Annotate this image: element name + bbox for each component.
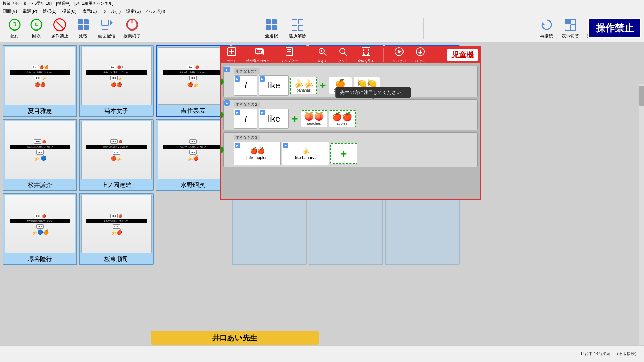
student-card-tsukaya[interactable]: ⊘ like🍎 先生の方に注目してください like 🍌🔵🍊 塚谷隆行 xyxy=(3,193,77,265)
svg-rect-19 xyxy=(292,25,297,30)
sentence-card-apples[interactable]: ▶ 🍎🍎 I like apples. xyxy=(234,142,281,165)
jugyo-shuryo-button[interactable]: 授業終了 xyxy=(121,17,144,40)
section-label-3: すきなもの３ xyxy=(234,135,260,140)
word-card-I-1[interactable]: ▶ I xyxy=(234,75,257,96)
popup-zoomfit-button[interactable]: 全体を見る xyxy=(356,46,376,64)
audio-btn-sentence-apples[interactable]: ▶ xyxy=(235,143,240,148)
jidoki-popup[interactable]: カード 絵や音声のカード xyxy=(220,46,481,200)
svg-point-37 xyxy=(259,51,262,54)
audio-btn-sentence-bananas[interactable]: ▶ xyxy=(283,143,288,148)
menu-hyoji[interactable]: 表示(D) xyxy=(82,8,97,14)
fruit-card-apples[interactable]: ▶ 🍎🍎 apples xyxy=(329,110,356,127)
popup-card-button[interactable]: カード xyxy=(223,46,240,64)
popup-play-label: さいせい xyxy=(392,59,406,63)
popup-zoomin-icon xyxy=(318,47,327,58)
popup-zoomout-button[interactable]: 小さく xyxy=(335,46,352,64)
title-text: 授業サポーター - 6学年 1組 [授業中] [6年1組用チャンネル] xyxy=(3,1,113,6)
word-card-like-2[interactable]: ▶ like xyxy=(259,109,289,129)
section-number-2: 2 xyxy=(221,112,224,118)
teacher-name: 井口あい先生 xyxy=(212,333,257,343)
scrollbar[interactable] xyxy=(639,84,644,362)
gamen-haishin-button[interactable]: 画面配信 xyxy=(95,17,118,40)
menu-gamen[interactable]: 画面(V) xyxy=(3,8,17,14)
title-bar: 授業サポーター - 6学年 1組 [授業中] [6年1組用チャンネル] xyxy=(0,0,644,7)
menu-tool[interactable]: ツール(T) xyxy=(102,8,121,14)
student-card-natsume[interactable]: ⊘ like 🍎🍊 先生の方に注目してください like 🍌 🍎🍎 xyxy=(3,45,77,117)
audio-btn-lemons[interactable]: ▶ xyxy=(224,67,230,72)
word-card-like-1[interactable]: ▶ like xyxy=(259,75,289,96)
menu-help[interactable]: ヘルプ(H) xyxy=(146,8,165,14)
main-content: ⊘ like 🍎🍊 先生の方に注目してください like 🍌 🍎🍎 xyxy=(0,42,644,362)
audio-btn-like-2[interactable]: ▶ xyxy=(260,110,265,115)
svg-rect-5 xyxy=(84,19,89,24)
svg-rect-25 xyxy=(565,25,570,30)
kaishuu-label: 回収 xyxy=(32,33,41,39)
op-forbidden-label: 操作禁止 xyxy=(51,33,68,39)
svg-rect-18 xyxy=(298,19,303,24)
lesson-section-3: 3 すきなもの３ ▶ 🍎🍎 I like apples. ▶ xyxy=(223,132,478,167)
popup-chapter-button[interactable]: チャプター xyxy=(279,46,300,64)
audio-btn-like-1[interactable]: ▶ xyxy=(260,76,265,82)
student-card-matsui[interactable]: ⏸ ⊘ like🍎 先生の方に注目してください like 🍌 🔵 松井謙介 xyxy=(3,119,77,191)
svg-line-47 xyxy=(344,53,347,56)
op-forbidden-text: 操作禁止 xyxy=(596,23,634,33)
thumbnail-natsume: like 🍎🍊 先生の方に注目してください like 🍌 🍎🍎 xyxy=(5,47,75,105)
svg-marker-51 xyxy=(398,50,402,54)
sentence-card-bananas[interactable]: ▶ 🍌 I like bananas. xyxy=(282,142,329,165)
zen-sentaku-button[interactable]: 全選択 xyxy=(262,17,281,40)
menu-dengen[interactable]: 電源(P) xyxy=(22,8,37,14)
thumbnail-kikumoto: like 🍎+ 先生の方に注目してください like 🍌 🍎🍎 xyxy=(81,47,152,105)
student-card-yoshizumi[interactable]: ⏸ ⊘ like 🍎 先生の方に注目してください like 🍎🍌 xyxy=(156,45,230,117)
hyoji-kirikae-button[interactable]: 表示切替 xyxy=(559,17,582,40)
student-card-mizuno[interactable]: ⏸ ⊘ like 先生の方に注目してください like 🍌🍎 水野昭次 xyxy=(156,119,230,191)
student-name-mizuno: 水野昭次 xyxy=(181,181,205,189)
sentaku-kaijo-label: 選択解除 xyxy=(289,33,306,39)
popup-sep-2 xyxy=(383,48,384,62)
fruit-card-peaches[interactable]: 🍑🍑 peaches xyxy=(301,110,327,127)
kaishuu-button[interactable]: ⇅ 回収 xyxy=(27,17,46,40)
dot-card-3: + xyxy=(330,143,357,164)
zen-sentaku-icon xyxy=(265,18,278,32)
student-name-tsukaya: 塚谷隆行 xyxy=(28,255,52,263)
sentaku-kaijo-button[interactable]: 選択解除 xyxy=(286,17,309,40)
svg-rect-15 xyxy=(266,25,271,30)
word-card-I-2[interactable]: ▶ I xyxy=(234,109,257,129)
menu-sentaku[interactable]: 選択(L) xyxy=(43,8,57,14)
popup-save-button[interactable]: ほぞん xyxy=(412,46,429,64)
haifu-button[interactable]: ⇅ 配付 xyxy=(5,17,24,40)
popup-zoomin-button[interactable]: 大きく xyxy=(314,46,331,64)
saisetsu-button[interactable]: 再接続 xyxy=(537,17,556,40)
svg-rect-49 xyxy=(362,48,370,56)
thumbnail-matsui: like🍎 先生の方に注目してください like 🍌 🔵 xyxy=(5,121,75,179)
popup-zoomin-label: 大きく xyxy=(317,59,327,63)
teacher-bar: 井口あい先生 xyxy=(151,331,319,345)
toolbar-left-group: ⇅ 配付 ⇅ 回収 操作禁止 xyxy=(5,17,144,40)
menu-jugyo[interactable]: 授業(C) xyxy=(62,8,77,14)
popup-play-button[interactable]: さいせい xyxy=(390,46,408,64)
audio-btn-I-2[interactable]: ▶ xyxy=(235,110,240,115)
audio-btn-I-1[interactable]: ▶ xyxy=(235,76,240,82)
thumbnail-tsukaya: like🍎 先生の方に注目してください like 🍌🔵🍊 xyxy=(5,195,75,253)
student-name-matsui: 松井謙介 xyxy=(28,181,52,189)
empty-r2c2 xyxy=(156,193,230,265)
svg-text:⇅: ⇅ xyxy=(13,21,17,27)
popup-jidoki-badge: 児童機 xyxy=(447,49,478,61)
student-card-bando[interactable]: ⏸ ⊘ like🍎 先生の方に注目してください like 🍌🍎 板東順司 xyxy=(79,193,154,265)
svg-rect-14 xyxy=(272,19,277,24)
popup-chapter-icon xyxy=(285,47,294,58)
popup-flashcard-button[interactable]: 絵や音声のカード xyxy=(244,46,275,64)
op-forbidden-button[interactable]: 操作禁止 xyxy=(48,17,71,40)
menu-settings[interactable]: 設定(S) xyxy=(126,8,141,14)
popup-sep-1 xyxy=(307,48,307,62)
audio-btn-apples[interactable]: ▶ xyxy=(224,100,230,106)
hikaku-button[interactable]: 比較 xyxy=(74,17,93,40)
student-card-uenosono[interactable]: ⏸ ⊘ like🍎 先生の方に注目してください like 🍎🍌 上ノ園達雄 xyxy=(79,119,154,191)
hyoji-kirikae-icon xyxy=(564,18,577,32)
student-card-kikumoto[interactable]: ⊘ like 🍎+ 先生の方に注目してください like 🍌 🍎🍎 xyxy=(79,45,154,117)
haifu-icon: ⇅ xyxy=(8,18,21,32)
scroll-thumb[interactable] xyxy=(639,86,644,106)
fruit-card-bananas[interactable]: ▶ 🍌🍌 bananas xyxy=(290,77,317,94)
thumbnail-uenosono: like🍎 先生の方に注目してください like 🍎🍌 xyxy=(81,121,152,179)
section-number-1: 1 xyxy=(221,78,224,85)
svg-rect-20 xyxy=(298,25,303,30)
